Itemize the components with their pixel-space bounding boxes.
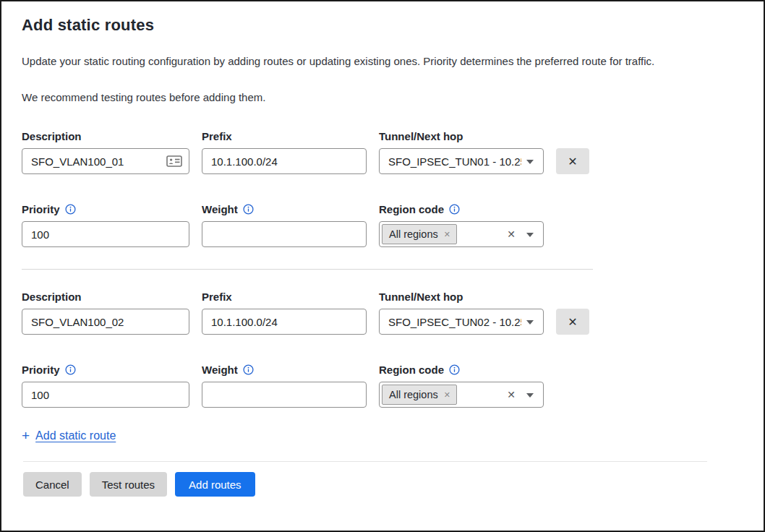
info-icon[interactable] (449, 364, 460, 375)
route-block-1: Description (22, 129, 593, 247)
dialog-footer: Cancel Test routes Add routes (22, 461, 743, 497)
prefix-label: Prefix (202, 129, 367, 143)
field-weight: Weight (202, 362, 367, 408)
tunnel-select-value: SFO_IPSEC_TUN02 - 10.25... (388, 316, 521, 328)
info-icon[interactable] (449, 204, 460, 215)
weight-label: Weight (202, 203, 238, 215)
contact-card-icon[interactable] (166, 155, 182, 168)
field-region-code: Region code All region (379, 202, 544, 247)
remove-tag-icon[interactable]: ✕ (444, 231, 450, 239)
add-static-route-link[interactable]: Add static route (35, 429, 116, 442)
field-tunnel-next-hop: Tunnel/Next hop SFO_IPSEC_TUN02 - 10.25.… (379, 289, 544, 335)
info-icon[interactable] (65, 204, 76, 215)
region-tag-chip: All regions ✕ (382, 385, 457, 405)
priority-input[interactable] (22, 382, 189, 408)
field-description: Description (22, 289, 189, 335)
chevron-down-icon (526, 320, 534, 325)
footer-divider (23, 461, 707, 462)
priority-label: Priority (22, 203, 60, 215)
field-delete: ✕ (556, 289, 589, 335)
description-input[interactable] (22, 309, 189, 335)
field-delete: ✕ (556, 129, 589, 174)
field-prefix: Prefix (202, 289, 367, 335)
field-region-code: Region code All region (379, 362, 544, 408)
field-priority: Priority (22, 362, 189, 408)
priority-label: Priority (22, 364, 60, 376)
delete-route-button[interactable]: ✕ (556, 309, 589, 335)
region-tag-chip: All regions ✕ (382, 224, 457, 244)
field-description: Description (22, 129, 189, 174)
priority-input[interactable] (22, 221, 189, 247)
field-priority: Priority (22, 202, 189, 247)
chevron-down-icon (526, 160, 534, 164)
tunnel-label: Tunnel/Next hop (379, 289, 544, 304)
info-icon[interactable] (243, 204, 254, 215)
region-tag-label: All regions (389, 228, 438, 240)
plus-icon: + (22, 429, 30, 442)
tunnel-select-value: SFO_IPSEC_TUN01 - 10.25... (388, 155, 521, 168)
chevron-down-icon (526, 393, 534, 398)
page-title: Add static routes (22, 14, 743, 36)
tunnel-label: Tunnel/Next hop (379, 129, 544, 143)
tunnel-select[interactable]: SFO_IPSEC_TUN02 - 10.25... (379, 309, 544, 335)
route-block-2: Description Prefix Tunnel/Next hop (22, 289, 593, 408)
routes-form: Description (22, 129, 593, 442)
tunnel-select[interactable]: SFO_IPSEC_TUN01 - 10.25... (379, 148, 544, 174)
region-code-multiselect[interactable]: All regions ✕ ✕ (379, 221, 544, 247)
dialog-description: Update your static routing configuration… (22, 53, 743, 69)
region-code-label: Region code (379, 364, 444, 376)
field-tunnel-next-hop: Tunnel/Next hop SFO_IPSEC_TUN01 - 10.25.… (379, 129, 544, 174)
prefix-input[interactable] (202, 148, 367, 174)
description-label: Description (22, 289, 189, 304)
delete-route-button[interactable]: ✕ (556, 148, 589, 174)
prefix-input[interactable] (202, 309, 367, 335)
add-static-routes-dialog: Add static routes Update your static rou… (0, 0, 765, 532)
test-routes-button[interactable]: Test routes (90, 472, 167, 497)
description-input[interactable] (22, 148, 189, 174)
info-icon[interactable] (65, 364, 76, 375)
add-routes-button[interactable]: Add routes (175, 472, 255, 497)
cancel-button[interactable]: Cancel (23, 472, 82, 497)
route-divider (22, 269, 593, 270)
weight-label: Weight (202, 364, 238, 376)
weight-input[interactable] (202, 382, 367, 408)
clear-selection-icon[interactable]: ✕ (507, 390, 516, 400)
prefix-label: Prefix (202, 289, 367, 304)
region-code-multiselect[interactable]: All regions ✕ ✕ (379, 382, 544, 408)
remove-tag-icon[interactable]: ✕ (444, 391, 450, 399)
info-icon[interactable] (243, 364, 254, 375)
region-code-label: Region code (379, 203, 444, 215)
region-tag-label: All regions (389, 389, 438, 400)
clear-selection-icon[interactable]: ✕ (507, 229, 516, 239)
weight-input[interactable] (202, 221, 367, 247)
dialog-note: We recommend testing routes before addin… (22, 90, 743, 105)
description-label: Description (22, 129, 189, 143)
field-prefix: Prefix (202, 129, 367, 174)
chevron-down-icon (526, 233, 534, 237)
field-weight: Weight (202, 202, 367, 247)
